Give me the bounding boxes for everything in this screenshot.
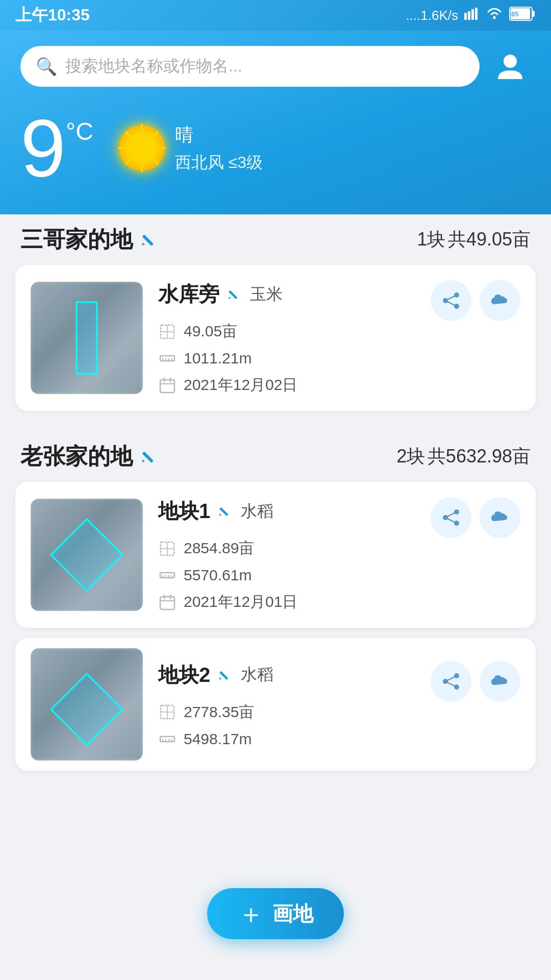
field-name-row-wrap-1: 水库旁 玉米 [158,280,520,321]
group-stats-2: 2块 共5632.98亩 [396,444,531,469]
svg-text:85: 85 [511,10,518,18]
meta-perimeter-1: 1011.21m [158,349,520,368]
fab-label: 画地 [272,900,313,928]
status-right: ....1.6K/s 85 [406,7,536,24]
group-title-row-1: 三哥家的地 [20,225,159,255]
meta-date-1: 2021年12月02日 [158,375,520,396]
ruler-icon-1 [158,349,177,368]
field-meta-1: 49.05亩 1011.21m [158,321,520,396]
share-button-1[interactable] [431,280,471,321]
field-edit-icon-3[interactable] [218,666,233,684]
svg-marker-59 [51,674,122,745]
svg-line-64 [445,676,457,681]
cloud-button-2[interactable] [480,497,520,538]
search-row: 🔍 搜索地块名称或作物名... [20,46,531,87]
fab-plus-icon: ＋ [238,900,264,927]
wifi-icon [486,8,503,23]
field-name-row-3: 地块2 水稻 [158,661,273,689]
field-info-1: 水库旁 玉米 [158,280,520,396]
cloud-icon-1 [490,291,510,310]
share-button-3[interactable] [431,661,471,702]
sun-icon [119,125,165,171]
signal-icon [464,8,480,23]
weather-row: 9 °C [20,107,531,189]
field-outline-svg-1 [31,282,143,394]
network-speed: ....1.6K/s [406,8,458,23]
meta-perimeter-3: 5498.17m [158,730,520,748]
group-block-count-2: 2块 [396,446,425,467]
cloud-icon-2 [490,508,510,527]
field-actions-2 [431,497,520,538]
group-block-count-1: 1块 [417,229,445,250]
weather-detail: 晴 西北风 ≤3级 [119,122,263,174]
field-meta-3: 2778.35亩 5498.17m [158,702,520,748]
field-edit-icon-2[interactable] [218,502,233,520]
field-actions-1 [431,280,520,321]
svg-rect-3 [475,8,478,20]
user-profile-button[interactable] [490,46,531,87]
svg-rect-2 [471,9,474,20]
battery-icon: 85 [509,7,536,24]
field-info-2: 地块1 水稻 [158,497,520,612]
search-icon: 🔍 [36,56,57,77]
svg-line-25 [445,295,457,301]
status-bar: 上午10:35 ....1.6K/s 85 [0,0,551,31]
perimeter-value-1: 1011.21m [184,350,252,367]
field-card-3: 地块2 水稻 [15,638,536,771]
svg-line-65 [445,681,457,687]
svg-line-16 [154,160,158,164]
field-card-2: 地块1 水稻 [15,482,536,628]
perimeter-value-3: 5498.17m [184,730,252,748]
group-section-2: 老张家的地 2块 共5632.98亩 地块1 [15,426,536,771]
cloud-button-3[interactable] [480,661,520,702]
area-icon-1 [158,323,177,341]
svg-rect-0 [464,13,467,20]
svg-line-46 [445,518,457,523]
weather-wind: 西北风 ≤3级 [175,152,263,174]
field-name-row-wrap-2: 地块1 水稻 [158,497,520,538]
sun-rays-svg [114,120,170,176]
field-edit-icon-1[interactable] [228,285,242,303]
field-name-row-wrap-3: 地块2 水稻 [158,661,520,702]
svg-rect-35 [160,380,174,393]
field-thumbnail-1 [31,282,143,394]
share-icon-3 [441,672,461,691]
temperature-block: 9 °C [20,107,93,189]
search-placeholder: 搜索地块名称或作物名... [65,55,242,78]
svg-line-18 [126,160,130,164]
field-name-2: 地块1 [158,497,210,525]
group-header-2: 老张家的地 2块 共5632.98亩 [15,426,536,482]
group-edit-icon-1[interactable] [141,228,159,251]
field-info-3: 地块2 水稻 [158,661,520,748]
content-area: 三哥家的地 1块 共49.05亩 [0,209,551,801]
field-actions-3 [431,661,520,702]
field-name-1: 水库旁 [158,280,219,308]
group-total-area-2: 共5632.98亩 [428,446,531,467]
field-name-row-1: 水库旁 玉米 [158,280,283,308]
area-value-1: 49.05亩 [184,321,237,342]
field-name-3: 地块2 [158,661,210,689]
temperature-value: 9 [20,107,66,189]
svg-rect-55 [160,597,174,609]
field-outline-svg-3 [31,648,143,761]
header-section: 🔍 搜索地块名称或作物名... 9 °C [0,31,551,214]
search-bar[interactable]: 🔍 搜索地块名称或作物名... [20,46,480,87]
group-section-1: 三哥家的地 1块 共49.05亩 [15,209,536,411]
share-icon-1 [441,291,461,310]
ruler-icon-2 [158,566,177,584]
svg-rect-1 [468,11,470,20]
svg-line-17 [154,132,158,136]
draw-field-fab[interactable]: ＋ 画地 [207,888,344,939]
status-time: 上午10:35 [15,4,90,27]
field-thumbnail-2 [31,499,143,611]
share-button-2[interactable] [431,497,471,538]
area-value-2: 2854.89亩 [184,538,254,559]
meta-date-2: 2021年12月01日 [158,592,520,612]
svg-line-45 [445,512,457,518]
cloud-button-1[interactable] [480,280,520,321]
svg-point-4 [493,16,496,19]
svg-line-26 [445,301,457,306]
field-thumbnail-3 [31,648,143,761]
group-edit-icon-2[interactable] [141,445,159,468]
group-stats-1: 1块 共49.05亩 [417,227,531,252]
